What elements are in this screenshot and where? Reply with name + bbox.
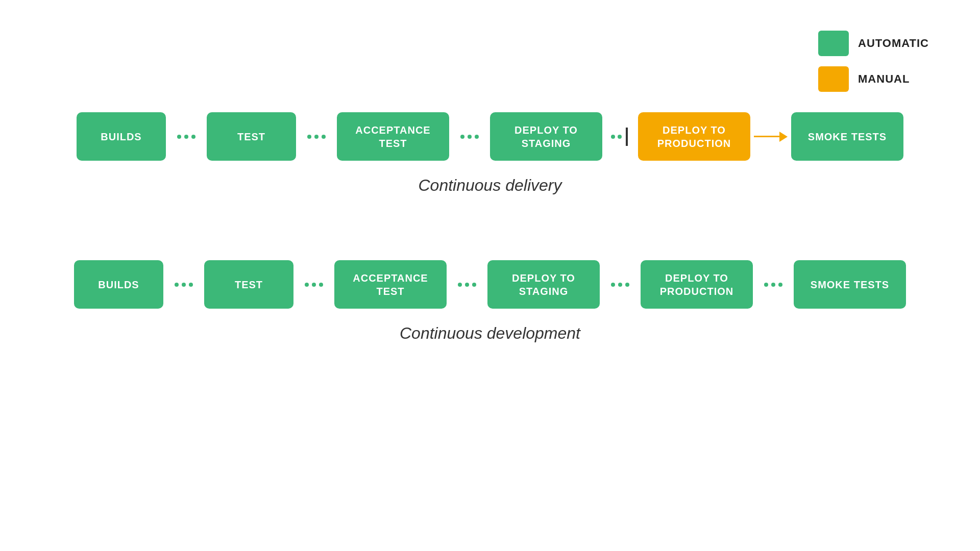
dev-dots-3 [458, 283, 476, 287]
manual-color-box [818, 66, 849, 92]
delivery-acceptance-test: ACCEPTANCETEST [337, 112, 449, 161]
dev-dots-2 [305, 283, 323, 287]
dots-3 [460, 135, 479, 139]
dots-1 [177, 135, 195, 139]
development-test: TEST [204, 260, 293, 309]
development-deploy-staging: DEPLOY TOSTAGING [487, 260, 600, 309]
gate-dots [611, 135, 622, 139]
automatic-label: AUTOMATIC [858, 37, 929, 50]
dev-connector-3 [447, 283, 487, 287]
delivery-smoke-tests: SMOKE TESTS [791, 112, 903, 161]
arrow-head [779, 132, 788, 142]
gate-connector [602, 128, 638, 146]
development-builds: BUILDS [74, 260, 163, 309]
delivery-builds: BUILDS [77, 112, 166, 161]
manual-label: MANUAL [858, 72, 910, 86]
delivery-label: Continuous delivery [0, 176, 980, 195]
delivery-section: BUILDS TEST ACCEPTANCETEST [0, 112, 980, 195]
connector-3 [449, 135, 490, 139]
development-deploy-production: DEPLOY TOPRODUCTION [641, 260, 753, 309]
dev-dots-1 [175, 283, 193, 287]
dev-connector-1 [163, 283, 204, 287]
arrow-connector [750, 132, 791, 142]
legend: AUTOMATIC MANUAL [818, 31, 929, 92]
development-acceptance-test: ACCEPTANCETEST [334, 260, 447, 309]
dots-2 [307, 135, 326, 139]
development-label: Continuous development [0, 324, 980, 343]
dev-dots-5 [764, 283, 782, 287]
legend-manual: MANUAL [818, 66, 929, 92]
page: AUTOMATIC MANUAL BUILDS TEST [0, 0, 980, 551]
development-section: BUILDS TEST ACCEPTANCETEST [0, 260, 980, 343]
dev-dots-4 [611, 283, 629, 287]
connector-1 [166, 135, 207, 139]
dev-connector-2 [293, 283, 334, 287]
dev-connector-4 [600, 283, 641, 287]
development-smoke-tests: SMOKE TESTS [794, 260, 906, 309]
connector-2 [296, 135, 337, 139]
delivery-deploy-production: DEPLOY TOPRODUCTION [638, 112, 750, 161]
dev-connector-5 [753, 283, 794, 287]
delivery-pipeline-row: BUILDS TEST ACCEPTANCETEST [0, 112, 980, 161]
delivery-deploy-staging: DEPLOY TOSTAGING [490, 112, 602, 161]
delivery-test: TEST [207, 112, 296, 161]
automatic-color-box [818, 31, 849, 56]
legend-automatic: AUTOMATIC [818, 31, 929, 56]
gate-bar [626, 128, 628, 146]
development-pipeline-row: BUILDS TEST ACCEPTANCETEST [0, 260, 980, 309]
arrow-line [754, 136, 779, 137]
